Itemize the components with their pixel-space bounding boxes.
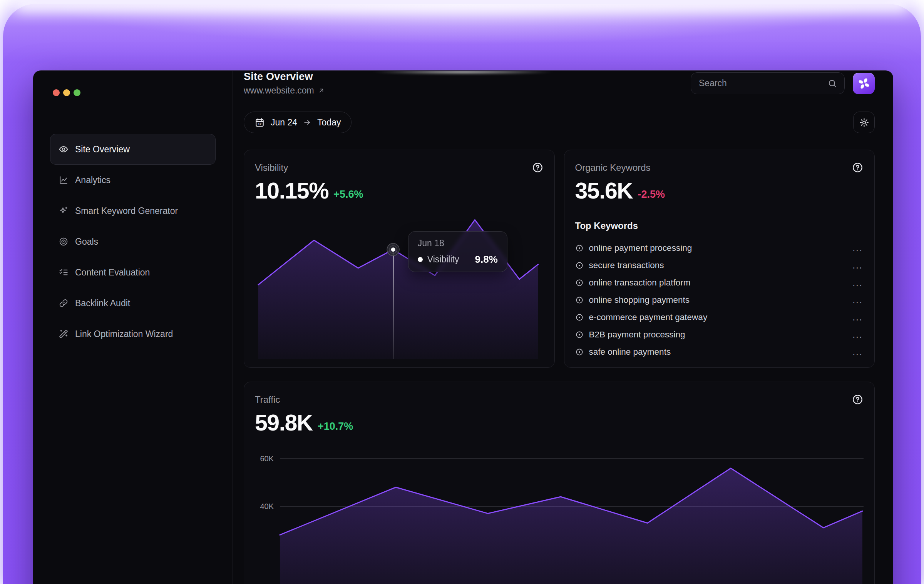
sidebar-item-analytics[interactable]: Analytics [50, 165, 216, 195]
keyword-menu-button[interactable]: ... [852, 312, 864, 322]
keyword-menu-button[interactable]: ... [852, 295, 864, 305]
pinwheel-logo-icon [857, 77, 871, 90]
keyword-target-icon [575, 279, 584, 287]
tooltip-date: Jun 18 [418, 238, 498, 249]
sidebar-item-link-optimization-wizard[interactable]: Link Optimization Wizard [50, 319, 216, 349]
top-keywords-list: online payment processing ... secure tra… [575, 239, 864, 360]
keyword-menu-button[interactable]: ... [852, 347, 864, 357]
tooltip-series-dot [418, 257, 423, 262]
keyword-menu-button[interactable]: ... [852, 278, 864, 287]
svg-text:12: 12 [258, 122, 261, 126]
svg-text:40K: 40K [260, 502, 274, 511]
organic-keywords-card: Organic Keywords 35.6K -2.5% Top Keyword… [564, 150, 875, 368]
tooltip-value: 9.8% [475, 254, 498, 265]
date-range-button[interactable]: 12 Jun 24 Today [244, 112, 352, 133]
target-icon [59, 237, 69, 247]
keyword-label: online shopping payments [589, 295, 690, 305]
wand-icon [59, 329, 69, 339]
sidebar-item-site-overview[interactable]: Site Overview [50, 134, 216, 165]
traffic-card-title: Traffic [255, 394, 280, 405]
keyword-row: online payment processing ... [575, 239, 864, 257]
sidebar-item-goals[interactable]: Goals [50, 226, 216, 257]
keyword-row: secure transactions ... [575, 257, 864, 274]
site-url: www.website.com [244, 85, 314, 96]
zoom-window-button[interactable] [74, 89, 80, 96]
arrow-right-icon [303, 118, 311, 127]
keyword-target-icon [575, 261, 584, 270]
keyword-label: e-commerce payment gateway [589, 312, 708, 322]
sidebar-item-content-evaluation[interactable]: Content Evaluation [50, 257, 216, 288]
keyword-row: online shopping payments ... [575, 291, 864, 309]
site-url-link[interactable]: www.website.com [244, 85, 325, 96]
toolbar: 12 Jun 24 Today [244, 112, 875, 133]
close-window-button[interactable] [53, 89, 60, 96]
sidebar-item-smart-keyword-generator[interactable]: Smart Keyword Generator [50, 195, 216, 226]
traffic-chart[interactable]: 60K40K [255, 449, 864, 584]
keyword-target-icon [575, 296, 584, 304]
help-icon[interactable] [852, 394, 864, 405]
keyword-menu-button[interactable]: ... [852, 243, 864, 253]
keyword-menu-button[interactable]: ... [852, 260, 864, 270]
keyword-row: e-commerce payment gateway ... [575, 309, 864, 326]
chart-tooltip: Jun 18 Visibility 9.8% [408, 231, 507, 272]
keyword-label: safe online payments [589, 347, 671, 357]
list-checks-icon [59, 267, 69, 277]
visibility-delta: +5.6% [333, 189, 363, 202]
arrow-up-right-icon [318, 87, 325, 94]
keyword-menu-button[interactable]: ... [852, 330, 864, 339]
svg-text:60K: 60K [260, 454, 274, 463]
sidebar-nav: Site Overview Analytics Smart Keyword Ge… [33, 134, 233, 349]
organic-keywords-value: 35.6K [575, 180, 633, 202]
traffic-value: 59.8K [255, 412, 313, 434]
tooltip-series: Visibility [427, 254, 459, 265]
page-title-block: Site Overview www.website.com [244, 71, 325, 96]
date-range-from: Jun 24 [271, 117, 297, 128]
sidebar: Site Overview Analytics Smart Keyword Ge… [33, 71, 233, 584]
keyword-label: online payment processing [589, 243, 692, 253]
help-icon[interactable] [532, 162, 544, 174]
main-area: Site Overview www.website.com 12 Jun 2 [233, 71, 893, 584]
traffic-delta: +10.7% [318, 420, 353, 434]
keyword-label: secure transactions [589, 260, 664, 270]
help-icon[interactable] [852, 162, 864, 174]
organic-keywords-delta: -2.5% [638, 189, 665, 202]
link-icon [59, 298, 69, 308]
chart-line-icon [59, 175, 69, 185]
top-cards-row: Visibility 10.15% +5.6% Jun 18 Visibilit… [244, 150, 875, 368]
top-keywords-heading: Top Keywords [575, 220, 864, 231]
visibility-card: Visibility 10.15% +5.6% Jun 18 Visibilit… [244, 150, 555, 368]
sidebar-item-backlink-audit[interactable]: Backlink Audit [50, 288, 216, 319]
visibility-chart[interactable]: Jun 18 Visibility 9.8% [255, 214, 544, 359]
keyword-row: safe online payments ... [575, 343, 864, 360]
organic-card-title: Organic Keywords [575, 162, 651, 173]
search-icon [827, 78, 837, 88]
window-controls [53, 89, 80, 96]
keyword-target-icon [575, 244, 584, 252]
date-range-to: Today [317, 117, 341, 128]
app-window: Site Overview Analytics Smart Keyword Ge… [33, 70, 893, 584]
keyword-row: online transaction platform ... [575, 274, 864, 291]
visibility-value: 10.15% [255, 180, 328, 202]
page-header: Site Overview www.website.com [233, 71, 893, 96]
gear-icon [859, 117, 869, 128]
search-box [691, 72, 845, 94]
settings-button[interactable] [853, 112, 875, 133]
keyword-target-icon [575, 330, 584, 339]
eye-icon [59, 144, 69, 154]
keyword-row: B2B payment processing ... [575, 326, 864, 343]
keyword-label: B2B payment processing [589, 330, 685, 340]
keyword-target-icon [575, 313, 584, 322]
keyword-target-icon [575, 348, 584, 356]
minimize-window-button[interactable] [63, 89, 70, 96]
sparkles-icon [59, 206, 69, 216]
keyword-label: online transaction platform [589, 278, 691, 288]
calendar-icon: 12 [254, 117, 265, 128]
visibility-card-title: Visibility [255, 162, 288, 173]
app-logo-button[interactable] [853, 73, 875, 94]
content-area: 12 Jun 24 Today Visibility 10.15% [233, 96, 893, 584]
traffic-card: Traffic 59.8K +10.7% 60K40K [244, 382, 875, 584]
search-input[interactable] [699, 78, 827, 88]
page-title: Site Overview [244, 71, 325, 83]
